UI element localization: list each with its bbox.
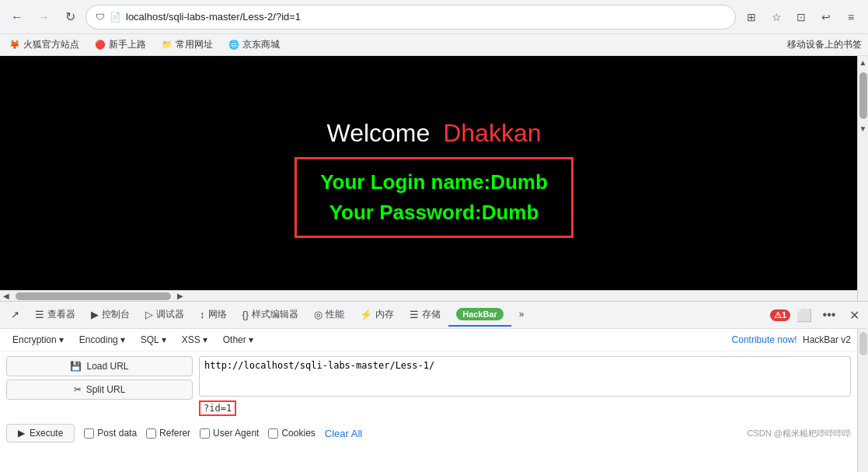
split-highlight-box: ?id=1	[199, 400, 851, 416]
bookmark-common[interactable]: 📁 常用网址	[159, 37, 216, 53]
xss-menu[interactable]: XSS ▾	[176, 332, 214, 348]
style-label: 样式编辑器	[252, 308, 298, 321]
postdata-label: Post data	[97, 428, 137, 439]
console-icon: ▶	[91, 309, 99, 320]
execute-icon: ▶	[18, 428, 25, 439]
customize-button[interactable]: ⊡	[790, 6, 812, 28]
memory-icon: ⚡	[360, 309, 372, 320]
viewer-label: 查看器	[47, 308, 75, 321]
refresh-button[interactable]: ↻	[59, 6, 81, 28]
scroll-thumb[interactable]	[859, 72, 867, 119]
bookmark-newbie[interactable]: 🔴 新手上路	[92, 37, 149, 53]
hackbar-controls-row: ▶ Execute Post data	[6, 421, 851, 446]
close-devtools-btn[interactable]: ✕	[843, 304, 865, 326]
password-text: Your Password:Dumb	[320, 198, 548, 228]
error-badge: ⚠1	[770, 309, 790, 321]
address-bar[interactable]	[126, 11, 726, 23]
postdata-checkbox-item[interactable]: Post data	[84, 428, 137, 439]
hackbar-menu: Encryption ▾ Encoding ▾ SQL ▾ XSS	[0, 329, 857, 351]
hscroll-thumb[interactable]	[16, 292, 171, 300]
load-url-label: Load URL	[86, 361, 128, 372]
webpage-hscrollbar: ◀ ▶	[0, 290, 857, 301]
encoding-label: Encoding	[79, 334, 118, 345]
hackbar-tab-label: HackBar	[456, 308, 504, 320]
sql-label: SQL	[141, 334, 159, 345]
devtools-main: Encryption ▾ Encoding ▾ SQL ▾ XSS	[0, 329, 857, 472]
devtools-tab-console[interactable]: ▶ 控制台	[83, 303, 138, 327]
toolbar-right: ⊞ ☆ ⊡ ↩ ≡	[741, 6, 862, 28]
devtools-tab-perf[interactable]: ◎ 性能	[306, 303, 352, 327]
menu-button[interactable]: ≡	[840, 6, 862, 28]
contribute-link[interactable]: Contribute now!	[732, 334, 797, 345]
newbie-icon: 🔴	[95, 40, 106, 50]
split-url-button[interactable]: ✂ Split URL	[6, 379, 193, 400]
other-menu[interactable]: Other ▾	[217, 332, 260, 348]
devtools-tab-network[interactable]: ↕ 网络	[192, 303, 235, 327]
load-url-icon: 💾	[70, 361, 82, 372]
hackbar-version: HackBar v2	[800, 334, 851, 345]
webpage-content: Welcome Dhakkan Your Login name:Dumb You…	[295, 119, 573, 238]
useragent-checkbox[interactable]	[200, 428, 210, 439]
useragent-checkbox-item[interactable]: User Agent	[200, 428, 259, 439]
bookmark-button[interactable]: ☆	[765, 6, 787, 28]
viewer-icon: ☰	[35, 309, 44, 320]
devtools-tab-memory[interactable]: ⚡ 内存	[352, 303, 402, 327]
address-bar-container: 🛡 📄	[85, 5, 736, 30]
encoding-menu[interactable]: Encoding ▾	[73, 332, 131, 348]
load-url-button[interactable]: 💾 Load URL	[6, 356, 193, 376]
sql-menu[interactable]: SQL ▾	[134, 332, 173, 348]
common-label: 常用网址	[176, 38, 213, 51]
clear-all-button[interactable]: Clear All	[325, 428, 362, 439]
network-icon: ↕	[200, 309, 205, 320]
welcome-line: Welcome Dhakkan	[295, 119, 573, 148]
inspector-icon: ↗	[11, 309, 19, 320]
xss-dropdown-icon: ▾	[203, 334, 207, 345]
storage-icon: ☰	[410, 309, 419, 320]
devtools-tab-more[interactable]: »	[511, 304, 532, 326]
scroll-down-arrow[interactable]: ▼	[859, 122, 867, 135]
other-label: Other	[223, 334, 246, 345]
referer-checkbox[interactable]	[146, 428, 156, 439]
encryption-menu[interactable]: Encryption ▾	[6, 332, 70, 348]
cookies-checkbox[interactable]	[268, 428, 278, 439]
hackbar-checkboxes: Post data Referer User Agent	[84, 428, 315, 439]
encryption-dropdown-icon: ▾	[59, 334, 64, 345]
devtools-tab-viewer[interactable]: ☰ 查看器	[27, 303, 83, 327]
referer-checkbox-item[interactable]: Referer	[146, 428, 190, 439]
devtools-tab-inspector[interactable]: ↗	[3, 304, 27, 327]
more-tools-btn[interactable]: •••	[818, 304, 840, 326]
style-icon: {}	[242, 309, 249, 320]
useragent-label: User Agent	[213, 428, 259, 439]
console-label: 控制台	[102, 308, 130, 321]
cookies-label: Cookies	[281, 428, 315, 439]
xss-label: XSS	[182, 334, 200, 345]
encryption-label: Encryption	[12, 334, 57, 345]
devtools-tab-debugger[interactable]: ▷ 调试器	[138, 303, 192, 327]
debugger-label: 调试器	[156, 308, 184, 321]
forward-button[interactable]: →	[33, 6, 54, 28]
split-url-icon: ✂	[74, 384, 82, 395]
bookmark-foxsite[interactable]: 🦊 火狐官方站点	[6, 37, 82, 53]
hackbar-url-area: ?id=1	[199, 356, 851, 416]
back-button[interactable]: ←	[6, 6, 28, 28]
execute-button[interactable]: ▶ Execute	[6, 424, 75, 442]
jd-icon: 🌐	[228, 40, 239, 50]
devtools-scroll-thumb[interactable]	[859, 332, 867, 355]
hackbar-action-buttons: 💾 Load URL ✂ Split URL	[6, 356, 193, 416]
scroll-up-arrow[interactable]: ▲	[859, 56, 867, 69]
undo-button[interactable]: ↩	[815, 6, 837, 28]
hackbar-url-row: 💾 Load URL ✂ Split URL	[6, 356, 851, 416]
devtools-tab-hackbar[interactable]: HackBar	[448, 303, 511, 327]
bookmark-jd[interactable]: 🌐 京东商城	[225, 37, 283, 53]
devtools-tab-storage[interactable]: ☰ 存储	[402, 303, 448, 327]
postdata-checkbox[interactable]	[84, 428, 94, 439]
cookies-checkbox-item[interactable]: Cookies	[268, 428, 315, 439]
hscroll-right-arrow[interactable]: ▶	[174, 292, 186, 300]
screenshot-btn[interactable]: ⬜	[793, 304, 815, 326]
hackbar-url-input[interactable]	[199, 356, 851, 397]
mobile-bookmarks[interactable]: 移动设备上的书签	[787, 38, 862, 51]
devtools-vscroll	[857, 329, 868, 472]
hscroll-left-arrow[interactable]: ◀	[0, 292, 12, 300]
devtools-tab-style[interactable]: {} 样式编辑器	[235, 303, 307, 327]
extensions-button[interactable]: ⊞	[741, 6, 762, 28]
